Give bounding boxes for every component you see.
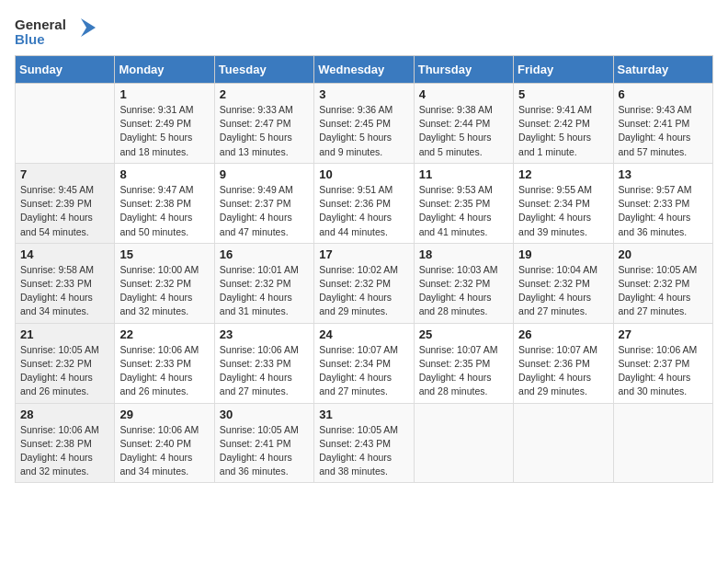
calendar-cell [613, 403, 712, 483]
day-number: 23 [220, 327, 309, 341]
page-header: GeneralBlue [15, 15, 713, 48]
calendar-cell: 5Sunrise: 9:41 AM Sunset: 2:42 PM Daylig… [514, 84, 613, 164]
day-number: 11 [419, 167, 508, 181]
day-number: 25 [419, 327, 508, 341]
day-number: 21 [20, 327, 109, 341]
calendar-cell: 12Sunrise: 9:55 AM Sunset: 2:34 PM Dayli… [514, 163, 613, 243]
calendar-cell: 19Sunrise: 10:04 AM Sunset: 2:32 PM Dayl… [514, 243, 613, 323]
calendar-cell: 17Sunrise: 10:02 AM Sunset: 2:32 PM Dayl… [314, 243, 414, 323]
cell-content: Sunrise: 10:05 AM Sunset: 2:41 PM Daylig… [220, 423, 309, 479]
header-monday: Monday [115, 56, 214, 84]
calendar-cell: 15Sunrise: 10:00 AM Sunset: 2:32 PM Dayl… [115, 243, 214, 323]
cell-content: Sunrise: 9:51 AM Sunset: 2:36 PM Dayligh… [319, 183, 408, 239]
calendar-cell: 28Sunrise: 10:06 AM Sunset: 2:38 PM Dayl… [16, 403, 115, 483]
calendar-cell: 29Sunrise: 10:06 AM Sunset: 2:40 PM Dayl… [115, 403, 214, 483]
calendar-cell: 18Sunrise: 10:03 AM Sunset: 2:32 PM Dayl… [414, 243, 513, 323]
calendar-cell: 4Sunrise: 9:38 AM Sunset: 2:44 PM Daylig… [414, 84, 513, 164]
calendar-cell: 24Sunrise: 10:07 AM Sunset: 2:34 PM Dayl… [314, 323, 414, 403]
day-number: 3 [319, 87, 408, 101]
day-number: 14 [20, 247, 109, 261]
day-number: 17 [319, 247, 408, 261]
day-number: 12 [518, 167, 608, 181]
calendar-cell: 30Sunrise: 10:05 AM Sunset: 2:41 PM Dayl… [214, 403, 313, 483]
day-number: 16 [220, 247, 309, 261]
day-number: 8 [119, 167, 209, 181]
calendar-cell: 20Sunrise: 10:05 AM Sunset: 2:32 PM Dayl… [613, 243, 712, 323]
day-number: 24 [319, 327, 408, 341]
cell-content: Sunrise: 10:05 AM Sunset: 2:32 PM Daylig… [619, 263, 708, 319]
cell-content: Sunrise: 9:33 AM Sunset: 2:47 PM Dayligh… [220, 103, 309, 159]
day-number: 22 [119, 327, 209, 341]
cell-content: Sunrise: 10:00 AM Sunset: 2:32 PM Daylig… [119, 263, 209, 319]
svg-marker-2 [81, 18, 96, 37]
cell-content: Sunrise: 10:06 AM Sunset: 2:38 PM Daylig… [20, 423, 109, 479]
calendar-cell: 16Sunrise: 10:01 AM Sunset: 2:32 PM Dayl… [214, 243, 313, 323]
calendar-cell [514, 403, 613, 483]
cell-content: Sunrise: 9:38 AM Sunset: 2:44 PM Dayligh… [419, 103, 508, 159]
calendar-week-row: 7Sunrise: 9:45 AM Sunset: 2:39 PM Daylig… [16, 163, 713, 243]
day-number: 4 [419, 87, 508, 101]
day-number: 29 [119, 408, 209, 421]
calendar-cell: 25Sunrise: 10:07 AM Sunset: 2:35 PM Dayl… [414, 323, 513, 403]
cell-content: Sunrise: 10:06 AM Sunset: 2:33 PM Daylig… [119, 343, 209, 399]
day-number: 7 [20, 167, 109, 181]
calendar-cell: 13Sunrise: 9:57 AM Sunset: 2:33 PM Dayli… [613, 163, 712, 243]
cell-content: Sunrise: 10:03 AM Sunset: 2:32 PM Daylig… [419, 263, 508, 319]
day-number: 9 [220, 167, 309, 181]
cell-content: Sunrise: 10:06 AM Sunset: 2:33 PM Daylig… [220, 343, 309, 399]
day-number: 15 [119, 247, 209, 261]
cell-content: Sunrise: 10:06 AM Sunset: 2:37 PM Daylig… [619, 343, 708, 399]
calendar-cell: 1Sunrise: 9:31 AM Sunset: 2:49 PM Daylig… [115, 84, 214, 164]
calendar-cell: 31Sunrise: 10:05 AM Sunset: 2:43 PM Dayl… [314, 403, 414, 483]
cell-content: Sunrise: 9:57 AM Sunset: 2:33 PM Dayligh… [619, 183, 708, 239]
day-number: 10 [319, 167, 408, 181]
cell-content: Sunrise: 9:31 AM Sunset: 2:49 PM Dayligh… [119, 103, 209, 159]
day-number: 28 [20, 408, 109, 421]
svg-text:Blue: Blue [15, 31, 45, 47]
cell-content: Sunrise: 9:47 AM Sunset: 2:38 PM Dayligh… [119, 183, 209, 239]
calendar-table: SundayMondayTuesdayWednesdayThursdayFrid… [15, 55, 713, 483]
cell-content: Sunrise: 9:55 AM Sunset: 2:34 PM Dayligh… [518, 183, 608, 239]
logo: GeneralBlue [15, 15, 97, 48]
calendar-cell: 26Sunrise: 10:07 AM Sunset: 2:36 PM Dayl… [514, 323, 613, 403]
cell-content: Sunrise: 10:02 AM Sunset: 2:32 PM Daylig… [319, 263, 408, 319]
calendar-week-row: 1Sunrise: 9:31 AM Sunset: 2:49 PM Daylig… [16, 84, 713, 164]
calendar-cell: 21Sunrise: 10:05 AM Sunset: 2:32 PM Dayl… [16, 323, 115, 403]
calendar-week-row: 28Sunrise: 10:06 AM Sunset: 2:38 PM Dayl… [16, 403, 713, 483]
calendar-cell: 8Sunrise: 9:47 AM Sunset: 2:38 PM Daylig… [115, 163, 214, 243]
cell-content: Sunrise: 10:07 AM Sunset: 2:36 PM Daylig… [518, 343, 608, 399]
day-number: 30 [220, 408, 309, 421]
calendar-cell: 22Sunrise: 10:06 AM Sunset: 2:33 PM Dayl… [115, 323, 214, 403]
day-number: 18 [419, 247, 508, 261]
calendar-cell: 9Sunrise: 9:49 AM Sunset: 2:37 PM Daylig… [214, 163, 313, 243]
cell-content: Sunrise: 10:07 AM Sunset: 2:34 PM Daylig… [319, 343, 408, 399]
header-sunday: Sunday [16, 56, 115, 84]
cell-content: Sunrise: 9:53 AM Sunset: 2:35 PM Dayligh… [419, 183, 508, 239]
header-friday: Friday [514, 56, 613, 84]
calendar-cell: 11Sunrise: 9:53 AM Sunset: 2:35 PM Dayli… [414, 163, 513, 243]
cell-content: Sunrise: 9:58 AM Sunset: 2:33 PM Dayligh… [20, 263, 109, 319]
calendar-cell [16, 84, 115, 164]
cell-content: Sunrise: 10:07 AM Sunset: 2:35 PM Daylig… [419, 343, 508, 399]
day-number: 5 [518, 87, 608, 101]
header-thursday: Thursday [414, 56, 513, 84]
cell-content: Sunrise: 9:36 AM Sunset: 2:45 PM Dayligh… [319, 103, 408, 159]
calendar-cell [414, 403, 513, 483]
day-number: 26 [518, 327, 608, 341]
header-saturday: Saturday [613, 56, 712, 84]
calendar-cell: 6Sunrise: 9:43 AM Sunset: 2:41 PM Daylig… [613, 84, 712, 164]
cell-content: Sunrise: 9:41 AM Sunset: 2:42 PM Dayligh… [518, 103, 608, 159]
calendar-cell: 10Sunrise: 9:51 AM Sunset: 2:36 PM Dayli… [314, 163, 414, 243]
day-number: 19 [518, 247, 608, 261]
calendar-week-row: 21Sunrise: 10:05 AM Sunset: 2:32 PM Dayl… [16, 323, 713, 403]
day-number: 1 [119, 87, 209, 101]
logo-svg: GeneralBlue [15, 15, 97, 48]
cell-content: Sunrise: 9:45 AM Sunset: 2:39 PM Dayligh… [20, 183, 109, 239]
day-number: 2 [220, 87, 309, 101]
calendar-cell: 2Sunrise: 9:33 AM Sunset: 2:47 PM Daylig… [214, 84, 313, 164]
day-number: 20 [619, 247, 708, 261]
day-number: 31 [319, 408, 408, 421]
cell-content: Sunrise: 9:43 AM Sunset: 2:41 PM Dayligh… [619, 103, 708, 159]
day-number: 27 [619, 327, 708, 341]
calendar-cell: 14Sunrise: 9:58 AM Sunset: 2:33 PM Dayli… [16, 243, 115, 323]
